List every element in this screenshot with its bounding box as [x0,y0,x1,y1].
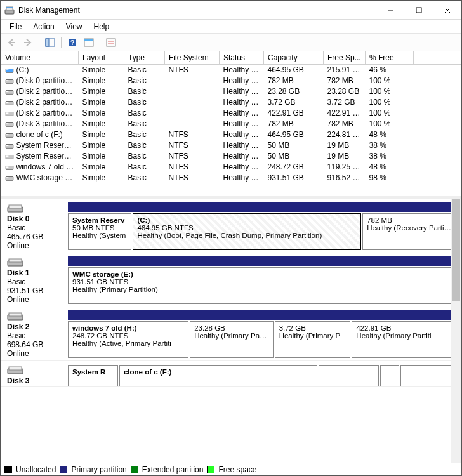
svg-rect-4 [416,8,421,13]
col-header[interactable]: Status [220,51,264,65]
toolbar-separator [39,37,39,48]
svg-rect-13 [107,39,116,46]
svg-rect-27 [6,123,8,124]
volume-row[interactable]: WMC storage (E:)SimpleBasicNTFSHealthy (… [1,173,461,183]
close-icon [444,7,451,13]
volume-row[interactable]: (Disk 2 partition 2)SimpleBasicHealthy (… [1,86,461,97]
disk-type: Basic [7,385,64,387]
col-header[interactable]: Free Sp... [324,51,366,65]
list-settings-button[interactable] [104,36,118,50]
disk-type: Basic [7,277,64,286]
partition-box[interactable]: 3.72 GBHealthy (Primary P [275,321,351,358]
partition-box[interactable] [400,365,458,387]
volume-row[interactable]: System Reserved ...SimpleBasicNTFSHealth… [1,151,461,162]
partition-box[interactable]: System R [68,365,118,387]
partition-box[interactable]: 23.28 GBHealthy (Primary Partiti [190,321,273,358]
volume-status: Healthy (A... [220,151,264,162]
volume-capacity: 931.51 GB [264,173,324,183]
disk-type: Basic [7,223,64,232]
menu-file[interactable]: File [4,21,27,32]
volume-list-pane[interactable]: VolumeLayoutTypeFile SystemStatusCapacit… [1,51,461,199]
disk-label[interactable]: Disk 3Basic [4,364,64,383]
menu-view[interactable]: View [61,21,88,32]
menu-action[interactable]: Action [28,21,59,32]
col-header[interactable]: Type [124,51,165,65]
legend-swatch [60,466,67,473]
partition-box[interactable]: clone of c (F:) [119,365,317,387]
maximize-button[interactable] [404,1,433,19]
disk-label[interactable]: Disk 0Basic465.76 GBOnline [4,202,64,250]
menubar: File Action View Help [1,20,461,34]
disk-label[interactable]: Disk 2Basic698.64 GBOnline [4,310,64,358]
volume-status: Healthy (P... [220,173,264,183]
volume-pctfree: 100 % [366,119,414,129]
partition-box[interactable]: windows 7 old (H:)248.72 GB NTFSHealthy … [68,321,188,358]
partition-box[interactable]: 422.91 GBHealthy (Primary Partiti [352,321,458,358]
volume-layout: Simple [79,65,124,76]
scroll-thumb[interactable] [452,199,460,301]
refresh-button[interactable] [82,36,96,50]
disk-map-pane[interactable]: Disk 0Basic465.76 GBOnlineSystem Reserv5… [1,199,461,463]
partition-box[interactable]: System Reserv50 MB NTFSHealthy (System [68,213,131,250]
volume-capacity: 248.72 GB [264,162,324,173]
disk-id: Disk 2 [7,322,64,331]
volume-pctfree: 48 % [366,129,414,140]
volume-table-header[interactable]: VolumeLayoutTypeFile SystemStatusCapacit… [1,51,461,65]
volume-fs: NTFS [165,173,220,183]
volume-drive-icon [5,154,14,160]
volume-fs: NTFS [165,140,220,151]
partition-box[interactable]: (C:)464.95 GB NTFSHealthy (Boot, Page Fi… [133,213,361,250]
col-header[interactable]: File System [165,51,220,65]
volume-row[interactable]: System Reserved ...SimpleBasicNTFSHealth… [1,140,461,151]
volume-pctfree: 100 % [366,108,414,119]
svg-rect-21 [6,91,8,92]
volume-row[interactable]: (Disk 2 partition 4)SimpleBasicHealthy (… [1,108,461,119]
close-button[interactable] [433,1,461,19]
volume-row[interactable]: (C:)SimpleBasicNTFSHealthy (B...464.95 G… [1,65,461,76]
volume-row[interactable]: (Disk 2 partition 3)SimpleBasicHealthy (… [1,97,461,108]
partition-box[interactable] [380,365,399,387]
disk-row: Disk 1Basic931.51 GBOnlineWMC storage (E… [1,253,461,307]
nav-forward-button[interactable] [21,36,35,50]
volume-name: System Reserved ... [16,141,79,150]
nav-back-button[interactable] [4,36,18,50]
disk-row: Disk 2Basic698.64 GBOnlinewindows 7 old … [1,307,461,361]
map-scrollbar[interactable] [451,199,461,463]
volume-row[interactable]: (Disk 0 partition 3)SimpleBasicHealthy (… [1,76,461,86]
partition-box[interactable]: 782 MBHealthy (Recovery Partition) [362,213,458,250]
disk-type: Basic [7,331,64,340]
disk-label[interactable]: Disk 1Basic931.51 GBOnline [4,256,64,304]
show-hide-tree-button[interactable] [43,36,57,50]
disk-drive-icon [7,258,23,267]
volume-name: System Reserved ... [16,152,79,161]
volume-row[interactable]: (Disk 3 partition 3)SimpleBasicHealthy (… [1,119,461,129]
volume-name: (Disk 2 partition 4) [16,109,78,117]
disk-color-stripe [68,310,458,320]
legend-label: Free space [218,465,256,474]
partition-box[interactable]: WMC storage (E:)931.51 GB NTFSHealthy (P… [68,267,458,304]
volume-type: Basic [124,162,165,173]
help-button[interactable]: ? [65,36,79,50]
partition-status: Healthy (Primary Partition) [72,286,453,293]
volume-row[interactable]: clone of c (F:)SimpleBasicNTFSHealthy (P… [1,129,461,140]
volume-fs [165,86,220,97]
volume-type: Basic [124,129,165,140]
svg-rect-19 [6,80,8,81]
minimize-button[interactable] [376,1,404,19]
menu-help[interactable]: Help [89,21,115,32]
volume-pctfree: 46 % [366,65,414,76]
volume-row[interactable]: windows 7 old (H:)SimpleBasicNTFSHealthy… [1,162,461,173]
col-header[interactable]: Layout [79,51,124,65]
disk-row: Disk 3BasicSystem Rclone of c (F:) [1,361,461,387]
disk-drive-icon [7,204,23,213]
partition-size: 23.28 GB [194,324,268,332]
col-header[interactable]: Volume [1,51,79,65]
volume-status: Healthy (R... [220,76,264,86]
col-header[interactable]: Capacity [264,51,324,65]
partition-box[interactable] [319,365,379,387]
volume-free: 119.25 GB [324,162,366,173]
col-header[interactable]: % Free [366,51,414,65]
volume-name: clone of c (F:) [16,130,63,139]
volume-drive-icon [5,89,14,95]
disk-row: Disk 0Basic465.76 GBOnlineSystem Reserv5… [1,199,461,253]
